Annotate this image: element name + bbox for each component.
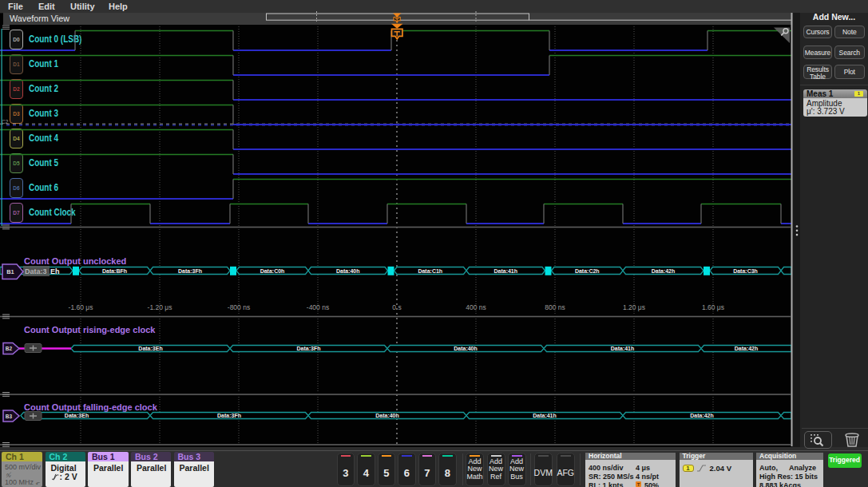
svg-text:Data:3Fh: Data:3Fh (178, 268, 202, 274)
svg-text:Data:C0h: Data:C0h (260, 268, 285, 274)
svg-text:Data:C1h: Data:C1h (418, 268, 442, 274)
svg-text:Data:41h: Data:41h (493, 268, 517, 274)
svg-text:Data:41h: Data:41h (533, 413, 557, 418)
svg-text:Data:C2h: Data:C2h (575, 268, 600, 274)
svg-text:B1: B1 (6, 268, 14, 275)
svg-text:Data:3Fh: Data:3Fh (297, 346, 321, 351)
svg-text:Data:42h: Data:42h (652, 268, 676, 274)
svg-text:Data:40h: Data:40h (375, 413, 399, 418)
svg-text:Data:3Eh: Data:3Eh (65, 413, 89, 418)
svg-text:Data:C3h: Data:C3h (733, 268, 758, 274)
svg-text:Data:40h: Data:40h (336, 268, 360, 274)
svg-text:Data:40h: Data:40h (454, 346, 478, 351)
svg-text:Eh: Eh (50, 267, 60, 275)
svg-text:Data:42h: Data:42h (735, 346, 759, 351)
svg-text:Data:41h: Data:41h (611, 346, 635, 351)
svg-text:Data:3: Data:3 (25, 267, 47, 275)
svg-text:Data:BFh: Data:BFh (102, 268, 127, 274)
svg-text:Data:42h: Data:42h (690, 413, 714, 418)
svg-text:B2: B2 (6, 346, 13, 351)
svg-text:Data:3Fh: Data:3Fh (217, 413, 241, 418)
svg-text:Data:3Eh: Data:3Eh (138, 346, 162, 351)
svg-text:B3: B3 (6, 414, 13, 419)
